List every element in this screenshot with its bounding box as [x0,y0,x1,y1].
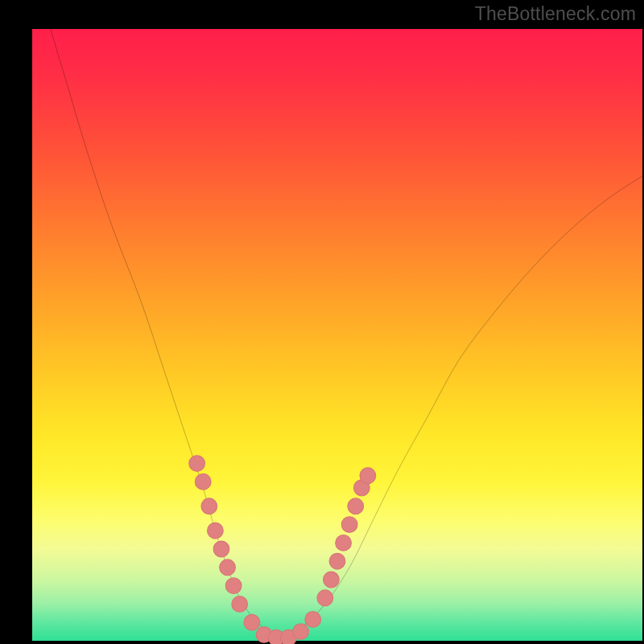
curve-marker [225,578,242,594]
plot-area [32,29,642,641]
curve-marker [213,541,229,557]
curve-marker [232,597,248,613]
curve-marker [305,612,321,628]
curve-marker [195,474,211,490]
watermark-text: TheBottleneck.com [475,3,636,25]
marker-group [189,456,376,644]
curve-marker [317,590,333,606]
curve-marker [244,614,260,630]
curve-marker [201,498,217,514]
curve-marker [341,517,357,533]
curve-marker [336,535,352,551]
curve-marker [324,572,340,588]
curve-marker [348,498,364,514]
curve-marker [208,522,224,539]
curve-marker [293,624,309,640]
chart-frame: TheBottleneck.com [0,0,644,644]
curve-marker [329,553,345,569]
curve-marker [360,468,376,484]
curve-marker [189,456,205,472]
curve-marker [220,559,236,576]
bottleneck-chart [32,29,642,641]
